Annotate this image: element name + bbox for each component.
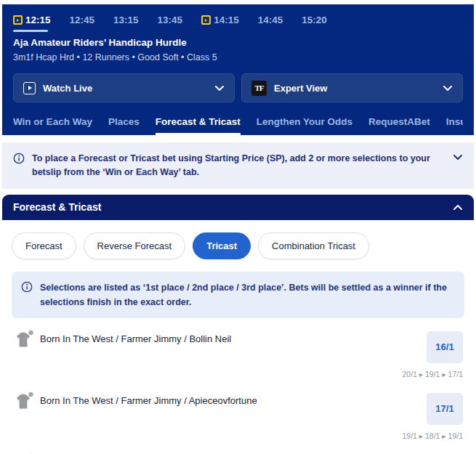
jockey-silk-icon — [13, 329, 35, 352]
chevron-down-icon[interactable] — [453, 154, 463, 161]
play-tv-icon — [23, 82, 36, 94]
pill-reverse-forecast[interactable]: Reverse Forecast — [84, 232, 186, 259]
racecard-page: 12:15 12:45 13:15 13:45 14:15 14:45 15:2… — [0, 0, 476, 454]
price-history: 20/1 ▸ 19/1 ▸ 17/1 — [402, 370, 463, 378]
odds-button[interactable]: 17/1 — [427, 393, 463, 425]
watch-live-dropdown[interactable]: Watch Live — [13, 73, 235, 102]
chevron-down-icon — [443, 85, 453, 92]
race-header: 12:15 12:45 13:15 13:45 14:15 14:45 15:2… — [2, 4, 474, 135]
selection-name: Born In The West / Farmer Jimmy / Bollin… — [40, 333, 231, 344]
tricast-selection-row: Born In The West / Farmer Jimmy / Bollin… — [12, 321, 464, 383]
race-title: Aja Amateur Riders’ Handicap Hurdle — [13, 37, 463, 48]
chevron-up-icon — [453, 204, 463, 211]
tricast-selection-row: Born In The West / Farmer Jimmy / Kauto … — [12, 445, 464, 454]
race-time-label: 14:15 — [214, 15, 239, 25]
forecast-tricast-section-header[interactable]: Forecast & Tricast — [2, 195, 474, 220]
race-time-tab[interactable]: 14:45 — [258, 15, 283, 25]
race-times-nav: 12:15 12:45 13:15 13:45 14:15 14:45 15:2… — [13, 15, 463, 25]
tricast-selection-row: Born In The West / Farmer Jimmy / Apiece… — [12, 383, 464, 445]
race-time-label: 12:15 — [25, 15, 51, 25]
race-time-tab[interactable]: 13:45 — [158, 15, 183, 25]
pill-forecast[interactable]: Forecast — [12, 232, 76, 259]
selection-odds-area: 16/1 20/1 ▸ 19/1 ▸ 17/1 — [402, 331, 463, 378]
tab-win-or-each-way[interactable]: Win or Each Way — [13, 116, 92, 135]
tab-forecast-tricast[interactable]: Forecast & Tricast — [156, 116, 241, 135]
expert-view-dropdown[interactable]: TF Expert View — [241, 73, 463, 102]
watch-live-label: Watch Live — [43, 83, 92, 94]
race-time-label: 14:45 — [258, 15, 283, 25]
tricast-selection-list: Born In The West / Farmer Jimmy / Bollin… — [12, 321, 464, 454]
expert-view-label: Expert View — [274, 83, 327, 94]
race-time-tab[interactable]: 12:45 — [70, 15, 95, 25]
race-time-tab[interactable]: 12:15 — [13, 15, 51, 25]
sp-info-banner: To place a Forecast or Tricast bet using… — [2, 142, 474, 189]
race-time-tab[interactable]: 14:15 — [201, 15, 239, 25]
market-tabs: Win or Each Way Places Forecast & Tricas… — [13, 116, 463, 135]
tab-places[interactable]: Places — [108, 116, 140, 135]
bet-type-pills: Forecast Reverse Forecast Tricast Combin… — [12, 232, 464, 259]
media-dropdowns: Watch Live TF Expert View — [13, 73, 463, 102]
section-title: Forecast & Tricast — [13, 201, 101, 213]
race-time-tab[interactable]: 13:15 — [113, 15, 139, 25]
selections-note: Selections are listed as ‘1st place / 2n… — [12, 272, 464, 318]
race-time-label: 13:15 — [113, 15, 139, 25]
info-icon — [13, 153, 25, 164]
timeform-badge-icon: TF — [251, 81, 267, 96]
info-icon — [21, 281, 33, 293]
race-tv-icon — [13, 15, 23, 25]
selections-note-text: Selections are listed as ‘1st place / 2n… — [40, 280, 455, 309]
odds-button[interactable]: 16/1 — [427, 331, 463, 363]
pill-combination-tricast[interactable]: Combination Tricast — [258, 232, 369, 259]
race-time-label: 13:45 — [158, 15, 183, 25]
chevron-down-icon — [214, 85, 225, 92]
price-history: 19/1 ▸ 18/1 ▸ 19/1 — [402, 431, 463, 440]
forecast-tricast-card: Forecast Reverse Forecast Tricast Combin… — [2, 220, 474, 454]
selection-name: Born In The West / Farmer Jimmy / Apiece… — [40, 395, 257, 406]
tab-lengthen-your-odds[interactable]: Lengthen Your Odds — [257, 116, 352, 135]
race-time-tab[interactable]: 15:20 — [302, 15, 327, 25]
race-details: 3m1f Hcap Hrd • 12 Runners • Good Soft •… — [13, 52, 463, 62]
tab-insurance[interactable]: Insurance — [446, 116, 463, 135]
pill-tricast[interactable]: Tricast — [193, 232, 251, 259]
selection-odds-area: 17/1 19/1 ▸ 18/1 ▸ 19/1 — [402, 393, 463, 440]
sp-info-text: To place a Forecast or Tricast bet using… — [32, 152, 445, 180]
race-time-label: 15:20 — [302, 15, 327, 25]
race-time-label: 12:45 — [70, 15, 95, 25]
tab-requestabet[interactable]: RequestABet — [368, 116, 430, 135]
jockey-silk-icon — [13, 391, 35, 413]
race-tv-icon — [201, 15, 211, 25]
